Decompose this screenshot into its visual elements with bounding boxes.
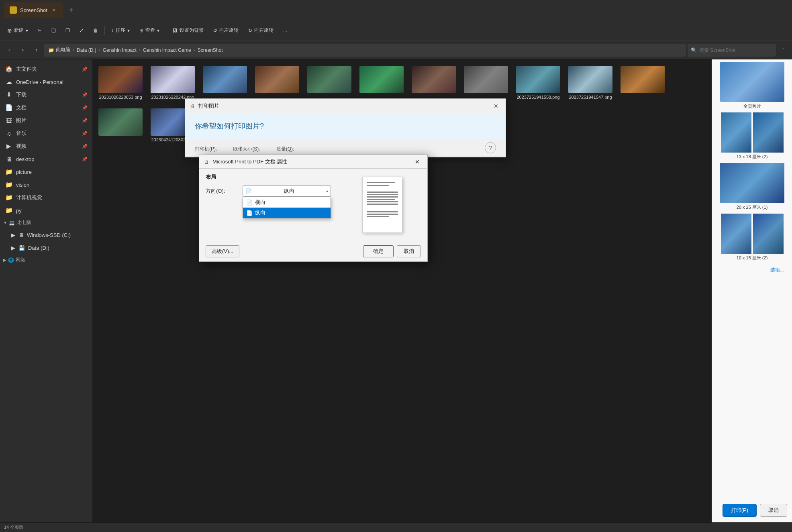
paste-button[interactable]: ❐ (61, 24, 74, 37)
up-button[interactable]: ↑ (31, 44, 43, 56)
file-item-2[interactable]: 20231026220242.png (149, 63, 197, 102)
sidebar-item-d-drive[interactable]: ▶ 💾 Data (D:) (0, 241, 92, 254)
tab-close-button[interactable]: ✕ (51, 7, 57, 13)
orientation-dropdown[interactable]: 📄 纵向 ▾ (243, 185, 331, 197)
sidebar-item-desktop[interactable]: 🖥 desktop 📌 (0, 153, 92, 165)
sidebar-item-pictures[interactable]: 🖼 图片 📌 (0, 114, 92, 127)
file-thumbnail-8 (464, 66, 508, 93)
file-item-3[interactable] (201, 63, 249, 102)
file-item-4[interactable] (253, 63, 301, 102)
sidebar-item-picture[interactable]: 📁 picture (0, 165, 92, 178)
right-panel-item-fullpage[interactable]: 全页照片 (715, 62, 789, 109)
new-icon: ⊕ (7, 27, 12, 34)
breadcrumb-data[interactable]: Data (D:) (77, 47, 96, 53)
downloads-icon: ⬇ (5, 91, 13, 98)
print-dialog-title: 打印图片 (198, 102, 219, 110)
dropdown-item-portrait[interactable]: 📄 纵向 (243, 208, 331, 218)
file-item-1[interactable]: 20231026220653.png (96, 63, 145, 102)
file-item-5[interactable] (305, 63, 353, 102)
sidebar-item-vision[interactable]: 📁 vision (0, 178, 92, 191)
breadcrumb-genshin[interactable]: Genshin Impact (103, 47, 137, 53)
help-button[interactable]: ? (485, 142, 496, 153)
print-button[interactable]: 打印(P) (723, 504, 757, 517)
copy-button[interactable]: ❑ (47, 24, 60, 37)
sort-button[interactable]: ↕ 排序 ▾ (107, 24, 134, 37)
props-cancel-button[interactable]: 取消 (397, 245, 421, 257)
props-ok-button[interactable]: 确定 (363, 245, 394, 257)
right-panel-item-13x18[interactable]: 13 x 18 厘米 (2) (715, 112, 789, 160)
file-item-10[interactable]: 20237251941547.png (566, 63, 614, 102)
view-button[interactable]: ⊞ 查看 ▾ (135, 24, 163, 37)
pictures-icon: 🖼 (5, 117, 13, 124)
sidebar-item-onedrive[interactable]: ☁ OneDrive - Personal (0, 75, 92, 88)
address-dropdown-button[interactable]: ˅ (778, 45, 789, 56)
share-icon: ⤢ (80, 28, 84, 33)
portrait-item-icon: 📄 (246, 210, 253, 216)
sidebar-item-c-drive[interactable]: ▶ 🖥 Windows-SSD (C:) (0, 228, 92, 241)
sidebar-item-downloads[interactable]: ⬇ 下载 📌 (0, 88, 92, 101)
fullpage-label: 全页照片 (743, 103, 761, 109)
cut-button[interactable]: ✂ (34, 24, 46, 37)
sidebar-item-py[interactable]: 📁 py (0, 204, 92, 217)
advanced-button[interactable]: 高级(V)... (206, 245, 239, 257)
props-close-button[interactable]: ✕ (412, 157, 423, 167)
status-item-count: 14 个项目 (4, 524, 23, 530)
rotate-right-icon: ↻ (248, 28, 252, 33)
delete-button[interactable]: 🗑 (89, 24, 102, 37)
picture-folder-icon: 📁 (5, 168, 13, 175)
right-panel-item-10x15[interactable]: 10 x 15 厘米 (2) (715, 214, 789, 261)
new-tab-button[interactable]: + (65, 4, 77, 16)
share-button[interactable]: ⤢ (76, 24, 88, 37)
props-printer-icon: 🖨 (204, 159, 209, 165)
dropdown-item-landscape[interactable]: 📄 横向 (243, 197, 331, 208)
rotate-right-button[interactable]: ↻ 向右旋转 (244, 24, 278, 37)
drive-expand: ▶ (11, 232, 15, 238)
file-thumbnail-6 (359, 66, 404, 93)
file-name-9: 20237251941558.png (516, 95, 559, 100)
sidebar-item-videos[interactable]: ▶ 视频 📌 (0, 140, 92, 153)
cancel-print-button[interactable]: 取消 (760, 504, 787, 517)
set-bg-button[interactable]: 🖼 设置为背景 (169, 24, 208, 37)
music-icon: ♫ (5, 130, 13, 137)
separator-1 (104, 26, 105, 35)
print-dialog-hero: 你希望如何打印图片? (185, 113, 506, 139)
nav-bar: ‹ › ↑ 📁 此电脑 › Data (D:) › Genshin Impact… (0, 41, 792, 59)
file-item-8[interactable] (462, 63, 510, 102)
new-button[interactable]: ⊕ 新建 ▾ (3, 24, 32, 37)
quality-field-label: 质量(Q): (276, 146, 294, 153)
file-item-9[interactable]: 20237251941558.png (514, 63, 562, 102)
options-link[interactable]: 选项... (770, 267, 786, 273)
paper-field-label: 纸张大小(S): (233, 146, 260, 153)
rotate-left-button[interactable]: ↺ 向左旋转 (209, 24, 243, 37)
file-item-11[interactable] (618, 63, 667, 102)
search-input[interactable] (699, 47, 773, 53)
network-section[interactable]: ▶ 🌐 网络 (0, 254, 92, 266)
file-item-12[interactable] (96, 106, 145, 145)
sidebar: 🏠 主文件夹 📌 ☁ OneDrive - Personal ⬇ 下载 📌 📄 … (0, 59, 92, 522)
drive-c-icon: 🖥 (18, 232, 24, 238)
sidebar-item-cv[interactable]: 📁 计算机视觉 (0, 191, 92, 204)
file-item-7[interactable] (410, 63, 458, 102)
sidebar-item-documents[interactable]: 📄 文档 📌 (0, 101, 92, 114)
active-tab[interactable]: ScreenShot ✕ (4, 2, 63, 18)
print-dialog-close-button[interactable]: ✕ (491, 101, 501, 111)
sidebar-item-home[interactable]: 🏠 主文件夹 📌 (0, 63, 92, 75)
wallpaper-icon: 🖼 (173, 28, 178, 33)
print-dialog: 🖨 打印图片 ✕ 你希望如何打印图片? 打印机(P): 纸张大小(S): 质量(… (185, 98, 506, 157)
13x18-label: 13 x 18 厘米 (2) (737, 154, 768, 160)
file-item-6[interactable] (357, 63, 406, 102)
forward-button[interactable]: › (17, 44, 29, 56)
breadcrumb-screenshot[interactable]: ScreenShot (198, 47, 223, 53)
breadcrumb-game[interactable]: Genshin Impact Game (143, 47, 191, 53)
sidebar-item-music[interactable]: ♫ 音乐 📌 (0, 127, 92, 140)
this-pc-section[interactable]: ▼ 💻 此电脑 (0, 217, 92, 228)
back-button[interactable]: ‹ (3, 44, 15, 56)
file-name-1: 20231026220653.png (99, 95, 142, 100)
address-bar[interactable]: 📁 此电脑 › Data (D:) › Genshin Impact › Gen… (44, 44, 686, 57)
orientation-value: 纵向 (284, 188, 294, 195)
right-panel-item-20x25[interactable]: 20 x 25 厘米 (1) (715, 163, 789, 210)
more-button[interactable]: ... (279, 24, 291, 37)
search-box[interactable]: 🔍 (688, 44, 776, 57)
props-dialog-title: Microsoft Print to PDF 文档 属性 (212, 158, 287, 165)
breadcrumb-thispc[interactable]: 此电脑 (56, 47, 70, 53)
